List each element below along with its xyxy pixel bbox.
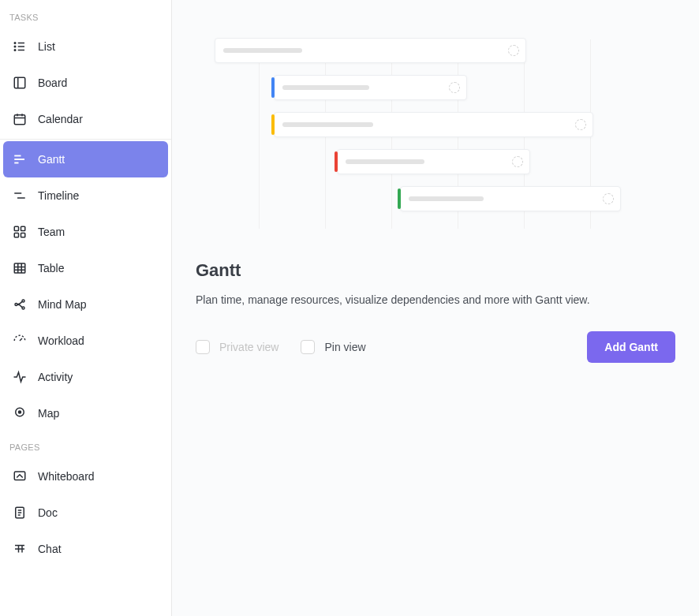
sidebar-item-label: Calendar <box>38 113 83 125</box>
divider <box>0 139 171 140</box>
svg-rect-18 <box>21 226 25 230</box>
options-row: Private view Pin view Add Gantt <box>196 331 675 363</box>
map-icon <box>13 406 27 420</box>
svg-rect-17 <box>14 226 18 230</box>
svg-point-28 <box>22 307 24 309</box>
svg-rect-19 <box>14 233 18 237</box>
doc-icon <box>13 506 27 520</box>
main-panel: Gantt Plan time, manage resources, visua… <box>172 0 699 616</box>
table-icon <box>13 261 27 275</box>
private-view-label: Private view <box>219 341 278 353</box>
add-gantt-button[interactable]: Add Gantt <box>587 331 675 363</box>
gantt-bar <box>400 186 621 211</box>
whiteboard-icon <box>13 469 27 483</box>
sidebar-item-label: Mind Map <box>38 298 86 311</box>
sidebar-item-workload[interactable]: Workload <box>3 323 168 359</box>
sidebar-item-label: List <box>38 40 55 53</box>
sidebar-item-team[interactable]: Team <box>3 214 168 250</box>
sidebar-item-mindmap[interactable]: Mind Map <box>3 286 168 323</box>
sidebar-item-map[interactable]: Map <box>3 395 168 431</box>
svg-rect-6 <box>14 77 25 88</box>
sidebar-item-label: Table <box>38 262 64 274</box>
sidebar-item-chat[interactable]: Chat <box>3 531 168 567</box>
gantt-bar <box>337 149 530 174</box>
gantt-bar <box>215 38 526 63</box>
gantt-icon <box>13 152 27 166</box>
svg-rect-32 <box>14 472 25 480</box>
sidebar-item-label: Gantt <box>38 153 65 166</box>
sidebar-item-whiteboard[interactable]: Whiteboard <box>3 458 168 495</box>
sidebar-item-activity[interactable]: Activity <box>3 359 168 395</box>
checkbox-icon <box>196 340 210 354</box>
svg-rect-8 <box>14 115 25 125</box>
gantt-bar <box>274 75 467 100</box>
calendar-icon <box>13 112 27 126</box>
checkbox-icon[interactable] <box>301 340 315 354</box>
svg-line-29 <box>20 338 22 341</box>
svg-rect-21 <box>14 263 25 273</box>
sidebar-item-label: Team <box>38 226 65 238</box>
tasks-section-label: TASKS <box>0 6 171 28</box>
timeline-icon <box>13 189 27 203</box>
svg-point-2 <box>14 46 16 47</box>
chat-icon <box>13 542 27 556</box>
svg-rect-20 <box>21 233 25 237</box>
pin-view-option[interactable]: Pin view <box>301 340 365 354</box>
svg-point-0 <box>14 43 16 44</box>
sidebar-item-timeline[interactable]: Timeline <box>3 177 168 214</box>
sidebar-item-label: Activity <box>38 371 73 383</box>
sidebar-item-list[interactable]: List <box>3 28 168 65</box>
mindmap-icon <box>13 297 27 312</box>
activity-icon <box>13 370 27 384</box>
sidebar-item-label: Doc <box>38 506 58 519</box>
team-icon <box>13 225 27 239</box>
sidebar-item-label: Timeline <box>38 189 79 202</box>
pin-view-label: Pin view <box>324 341 365 353</box>
private-view-option: Private view <box>196 340 278 354</box>
list-icon <box>13 39 27 54</box>
sidebar-item-label: Workload <box>38 334 84 347</box>
sidebar: TASKS List Board Calendar Gantt Timeline <box>0 0 172 616</box>
board-icon <box>13 76 27 90</box>
workload-icon <box>13 334 27 348</box>
sidebar-item-gantt[interactable]: Gantt <box>3 141 168 177</box>
sidebar-item-label: Board <box>38 77 67 89</box>
gantt-illustration <box>215 32 656 237</box>
view-heading: Gantt <box>196 260 675 281</box>
sidebar-item-table[interactable]: Table <box>3 250 168 286</box>
svg-point-4 <box>14 50 16 51</box>
sidebar-item-label: Map <box>38 407 59 420</box>
sidebar-item-calendar[interactable]: Calendar <box>3 101 168 137</box>
sidebar-item-board[interactable]: Board <box>3 65 168 101</box>
gantt-bar <box>274 112 593 137</box>
sidebar-item-label: Chat <box>38 543 62 555</box>
svg-point-26 <box>15 304 17 306</box>
svg-point-27 <box>22 300 24 302</box>
view-description: Plan time, manage resources, visualize d… <box>196 293 675 306</box>
sidebar-item-doc[interactable]: Doc <box>3 495 168 531</box>
sidebar-item-label: Whiteboard <box>38 470 95 483</box>
svg-point-31 <box>19 411 21 413</box>
pages-section-label: PAGES <box>0 436 171 458</box>
